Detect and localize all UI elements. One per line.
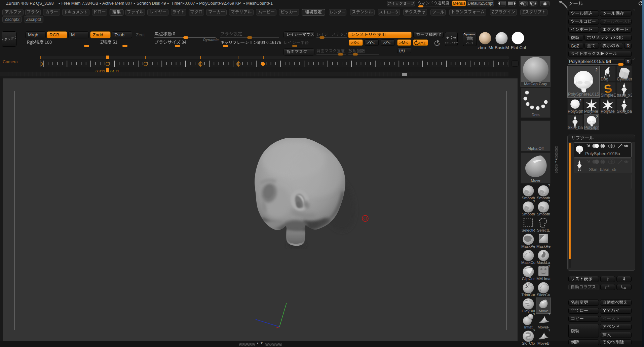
svg-text:Y: Y xyxy=(438,43,440,47)
svg-text:XYZ: XYZ xyxy=(418,41,426,45)
